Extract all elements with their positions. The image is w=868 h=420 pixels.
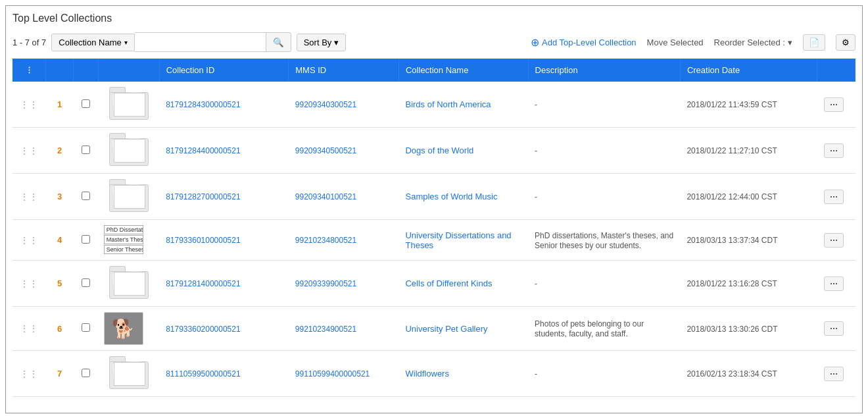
- collection-name-link[interactable]: Birds of North America: [405, 99, 491, 109]
- creation-date: 2018/03/13 13:37:34 CDT: [687, 236, 777, 245]
- mms-id[interactable]: 99209340500521: [295, 146, 356, 155]
- creation-date: 2016/02/13 23:18:34 CST: [687, 369, 777, 379]
- mms-id[interactable]: 99209339900521: [295, 279, 356, 288]
- col-header-creation-date: Creation Date: [680, 59, 817, 82]
- collection-id-cell: 81110599500000521: [159, 351, 289, 397]
- stack-item: PhD Dissertations: [104, 225, 143, 234]
- add-top-level-collection-button[interactable]: ⊕ Add Top-Level Collection: [531, 36, 637, 49]
- col-header-actions: [817, 59, 856, 82]
- description-cell: -: [528, 351, 680, 397]
- description-cell: -: [528, 261, 680, 307]
- row-checkbox-cell: [74, 82, 99, 128]
- drag-handle[interactable]: ⋮⋮: [12, 220, 46, 261]
- row-checkbox-cell: [74, 261, 99, 307]
- table-row: ⋮⋮3 8179128270000052199209340100521Sampl…: [12, 174, 856, 220]
- actions-cell: ⋯: [817, 261, 856, 307]
- table-row: ⋮⋮6🐕8179336020000052199210234900521Unive…: [12, 307, 856, 351]
- sort-by-button[interactable]: Sort By ▾: [297, 34, 347, 51]
- table-row: ⋮⋮2 8179128440000052199209340500521Dogs …: [12, 128, 856, 174]
- collection-id-cell: 81791284300000521: [159, 82, 289, 128]
- row-actions-button[interactable]: ⋯: [824, 233, 844, 248]
- move-selected-button[interactable]: Move Selected: [647, 38, 704, 47]
- collection-id[interactable]: 81791282700000521: [166, 192, 240, 201]
- drag-handle[interactable]: ⋮⋮: [12, 128, 46, 174]
- collection-name-link[interactable]: Dogs of the World: [405, 145, 473, 155]
- collection-name-link[interactable]: Cells of Different Kinds: [405, 278, 492, 288]
- thumbnail-cell: [99, 128, 160, 174]
- row-actions-button[interactable]: ⋯: [824, 276, 844, 291]
- collection-name-cell: University Dissertations and Theses: [398, 220, 528, 261]
- drag-handle[interactable]: ⋮⋮: [12, 351, 46, 397]
- dog-image: 🐕: [112, 318, 135, 340]
- search-container: Collection Name ▾ 🔍: [51, 32, 291, 52]
- drag-handle[interactable]: ⋮⋮: [12, 307, 46, 351]
- export-icon-button[interactable]: 📄: [803, 34, 825, 51]
- mms-id[interactable]: 99209340300521: [295, 100, 356, 109]
- creation-date: 2018/01/22 11:27:10 CST: [687, 146, 777, 155]
- chevron-down-icon: ▾: [124, 39, 128, 46]
- search-icon: 🔍: [273, 38, 284, 47]
- row-number: 1: [46, 82, 74, 128]
- row-actions-button[interactable]: ⋯: [824, 367, 844, 381]
- collection-id[interactable]: 81791284400000521: [166, 146, 240, 155]
- collection-id-cell: 81791281400000521: [159, 261, 289, 307]
- collection-id[interactable]: 81791284300000521: [166, 100, 240, 109]
- mms-id[interactable]: 99110599400000521: [295, 369, 370, 379]
- drag-handle[interactable]: ⋮⋮: [12, 82, 46, 128]
- row-actions-button[interactable]: ⋯: [824, 97, 844, 112]
- collection-id[interactable]: 81793360100000521: [166, 236, 240, 245]
- description-text: PhD dissertations, Master's theses, and …: [535, 231, 673, 250]
- row-checkbox[interactable]: [82, 192, 90, 200]
- row-checkbox[interactable]: [82, 369, 90, 377]
- row-checkbox[interactable]: [82, 278, 90, 287]
- row-checkbox[interactable]: [82, 145, 90, 154]
- settings-icon-button[interactable]: ⚙: [836, 34, 856, 51]
- reorder-selected-button[interactable]: Reorder Selected : ▾: [714, 38, 792, 47]
- collection-name-cell: Samples of World Music: [398, 174, 528, 220]
- export-icon: 📄: [809, 38, 819, 47]
- sort-by-label: Sort By: [304, 38, 332, 47]
- table-row: ⋮⋮7 8111059950000052199110599400000521Wi…: [12, 351, 856, 397]
- search-input[interactable]: [135, 32, 266, 52]
- table-row: ⋮⋮4PhD DissertationsMaster's ThesesSenio…: [12, 220, 856, 261]
- creation-date: 2018/01/22 11:43:59 CST: [687, 100, 777, 109]
- drag-grid-icon: ⁝: [28, 64, 31, 76]
- collection-name-link[interactable]: University Dissertations and Theses: [405, 230, 511, 250]
- search-field-dropdown[interactable]: Collection Name ▾: [51, 34, 134, 51]
- table-row: ⋮⋮1 8179128430000052199209340300521Birds…: [12, 82, 856, 128]
- page-title: Top Level Collections: [12, 13, 856, 24]
- collection-name-link[interactable]: Samples of World Music: [405, 192, 497, 201]
- col-header-collection-name: Collection Name: [398, 59, 528, 82]
- collection-name-cell: University Pet Gallery: [398, 307, 528, 351]
- mms-id[interactable]: 99210234900521: [295, 325, 356, 334]
- description-text: -: [535, 146, 537, 155]
- actions-cell: ⋯: [817, 174, 856, 220]
- description-text: -: [535, 369, 537, 379]
- row-checkbox-cell: [74, 174, 99, 220]
- row-checkbox[interactable]: [82, 323, 90, 332]
- thumbnail-cell: PhD DissertationsMaster's ThesesSenior T…: [99, 220, 160, 261]
- mms-id[interactable]: 99209340100521: [295, 192, 356, 201]
- collection-id[interactable]: 81110599500000521: [166, 369, 240, 379]
- stack-item: Senior Theses: [104, 245, 143, 254]
- col-header-collection-id: Collection ID: [159, 59, 289, 82]
- description-text: -: [535, 100, 537, 109]
- drag-handle[interactable]: ⋮⋮: [12, 261, 46, 307]
- row-actions-button[interactable]: ⋯: [824, 190, 844, 204]
- description-text: Photos of pets belonging to our students…: [535, 319, 644, 338]
- row-actions-button[interactable]: ⋯: [824, 321, 844, 336]
- collection-name-link[interactable]: University Pet Gallery: [405, 324, 487, 334]
- drag-handle[interactable]: ⋮⋮: [12, 174, 46, 220]
- mms-id[interactable]: 99210234800521: [295, 236, 356, 245]
- collections-table: ⁝ Collection ID MMS ID Collection Name D…: [12, 59, 856, 397]
- folder-icon: [109, 133, 149, 166]
- thumbnail-cell: [99, 351, 160, 397]
- collection-id[interactable]: 81791281400000521: [166, 279, 240, 288]
- search-button[interactable]: 🔍: [266, 32, 291, 52]
- row-checkbox[interactable]: [82, 99, 90, 108]
- description-cell: Photos of pets belonging to our students…: [528, 307, 680, 351]
- row-actions-button[interactable]: ⋯: [824, 144, 844, 158]
- collection-id[interactable]: 81793360200000521: [166, 325, 240, 334]
- row-checkbox[interactable]: [82, 235, 90, 244]
- collection-name-link[interactable]: Wildflowers: [405, 369, 448, 379]
